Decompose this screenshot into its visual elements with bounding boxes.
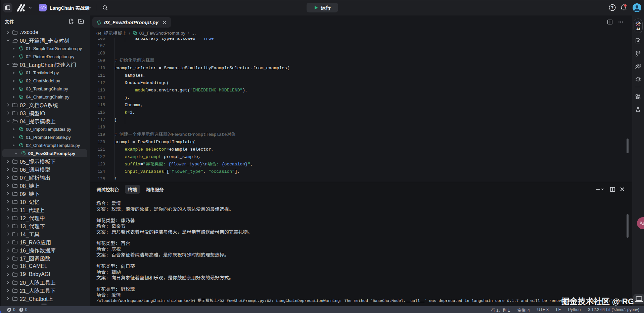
svg-text:?: ?: [611, 5, 614, 10]
